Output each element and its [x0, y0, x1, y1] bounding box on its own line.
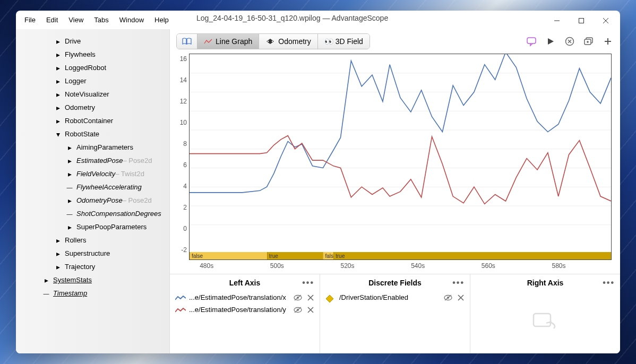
tab-line-graph[interactable]: Line Graph	[197, 34, 259, 49]
feedback-button[interactable]	[526, 36, 537, 47]
tab-odometry[interactable]: Odometry	[259, 34, 317, 49]
y-tick: 16	[180, 55, 187, 63]
chevron-right-icon: ▸	[54, 104, 62, 111]
dash-icon: —	[66, 210, 73, 218]
window-title: Log_24-04-19_16-50-31_q120.wpilog — Adva…	[196, 14, 388, 22]
field-row[interactable]: ...e/EstimatedPose/translation/y	[170, 304, 320, 316]
clear-button[interactable]	[564, 36, 575, 47]
y-tick: -2	[181, 246, 187, 254]
tree-item[interactable]: ▸AimingParameters	[16, 142, 169, 153]
tree-item[interactable]: ▸Trajectory	[16, 261, 169, 272]
panel-more-button[interactable]: •••	[302, 278, 314, 288]
tree-item[interactable]: —FlywheelAccelerating	[16, 181, 169, 193]
tab-3d-field[interactable]: 👀 3D Field	[318, 34, 369, 49]
remove-field-button[interactable]	[307, 306, 314, 314]
menu-view[interactable]: View	[64, 14, 88, 26]
y-tick: 8	[183, 140, 187, 148]
window-controls	[545, 13, 618, 29]
svg-point-4	[268, 41, 269, 42]
tree-item[interactable]: ▸Drive	[16, 36, 169, 47]
visibility-toggle[interactable]	[293, 306, 303, 314]
field-row[interactable]: /DriverStation/Enabled	[320, 291, 470, 304]
tree-label: ShotCompensationDegrees	[76, 210, 161, 218]
panel-more-button[interactable]: •••	[452, 278, 465, 288]
svg-rect-1	[579, 19, 584, 23]
field-row[interactable]: ...e/EstimatedPose/translation/x	[170, 291, 320, 304]
tree-item[interactable]: ▸Superstructure	[16, 248, 169, 259]
plot-svg	[190, 54, 611, 232]
odometry-icon	[265, 38, 275, 45]
tree-item[interactable]: ▸EstimatedPose – Pose2d	[16, 155, 169, 166]
y-tick: 12	[180, 98, 187, 105]
play-button[interactable]	[545, 36, 556, 47]
tree-item[interactable]: —ShotCompensationDegrees	[16, 208, 169, 219]
field-name: ...e/EstimatedPose/translation/x	[189, 293, 289, 301]
tree-item[interactable]: ▸Logger	[16, 75, 169, 86]
chevron-right-icon: ▸	[54, 77, 62, 85]
tree-label: Superstructure	[65, 249, 110, 257]
tree-item[interactable]: —Timestamp	[16, 288, 169, 299]
field-name: /DriverStation/Enabled	[339, 293, 439, 301]
remove-field-button[interactable]	[307, 294, 314, 301]
y-tick: 10	[180, 119, 187, 126]
dash-icon: —	[42, 290, 50, 297]
field-name: ...e/EstimatedPose/translation/y	[189, 306, 289, 314]
remove-field-button[interactable]	[457, 294, 465, 301]
tree-item[interactable]: ▸NoteVisualizer	[16, 89, 169, 100]
new-window-button[interactable]	[583, 36, 595, 47]
chevron-right-icon: ▸	[54, 51, 62, 58]
plot-canvas[interactable]: falsetruefalsetrue	[189, 54, 612, 260]
drop-icon	[530, 311, 560, 334]
discrete-segment: false	[323, 252, 333, 259]
panel-title: Left Axis	[229, 279, 261, 287]
tree-label: Rollers	[65, 236, 86, 244]
menu-file[interactable]: File	[20, 14, 40, 26]
add-tab-button[interactable]	[602, 36, 614, 47]
menu-window[interactable]: Window	[115, 14, 148, 26]
tree-item[interactable]: ▸OdometryPose – Pose2d	[16, 195, 169, 206]
x-axis-labels: 480s500s520s540s560s580s	[189, 260, 612, 272]
chevron-right-icon: ▸	[66, 223, 73, 231]
discrete-bar: falsetruefalsetrue	[190, 252, 611, 259]
chevron-right-icon: ▸	[42, 276, 50, 284]
svg-point-42	[549, 321, 552, 323]
minimize-button[interactable]	[545, 13, 569, 29]
chevron-right-icon: ▸	[54, 117, 62, 125]
x-tick: 580s	[552, 262, 565, 270]
panel-more-button[interactable]: •••	[603, 278, 615, 288]
chevron-right-icon: ▸	[54, 250, 62, 257]
visibility-toggle[interactable]	[293, 294, 303, 301]
tree-item[interactable]: ▸Odometry	[16, 102, 169, 113]
tree-item[interactable]: ▸Rollers	[16, 235, 169, 246]
maximize-button[interactable]	[569, 13, 594, 29]
discrete-segment: true	[333, 252, 611, 259]
tree-label: Logger	[65, 77, 86, 85]
y-tick: 6	[183, 161, 187, 169]
tree-item[interactable]: ▸SystemStats	[16, 274, 169, 285]
tree-item[interactable]: ▾RobotState	[16, 128, 169, 140]
chevron-right-icon: ▸	[66, 157, 73, 164]
tree-item[interactable]: ▸RobotContainer	[16, 115, 169, 126]
close-button[interactable]	[594, 13, 618, 29]
drop-target[interactable]	[470, 291, 620, 353]
menu-edit[interactable]: Edit	[42, 14, 62, 26]
chevron-right-icon: ▸	[54, 64, 62, 72]
dock-button[interactable]	[177, 34, 197, 49]
discrete-panel: Discrete Fields••• /DriverStation/Enable…	[320, 274, 470, 353]
type-hint: – Pose2d	[123, 157, 152, 164]
tree-label: SuperPoopParameters	[76, 223, 147, 231]
tree-item[interactable]: ▸Flywheels	[16, 49, 169, 60]
x-tick: 540s	[411, 262, 425, 270]
sidebar[interactable]: ▸Drive▸Flywheels▸LoggedRobot▸Logger▸Note…	[16, 29, 170, 353]
tree-label: SystemStats	[53, 276, 92, 284]
tree-item[interactable]: ▸SuperPoopParameters	[16, 221, 169, 232]
visibility-toggle[interactable]	[443, 294, 453, 301]
chevron-right-icon: ▸	[54, 38, 62, 45]
menu-help[interactable]: Help	[150, 14, 173, 26]
y-axis-labels: 1614121086420-2	[174, 54, 189, 272]
type-hint: – Pose2d	[123, 196, 152, 204]
tree-item[interactable]: ▸LoggedRobot	[16, 62, 169, 73]
tree-item[interactable]: ▸FieldVelocity – Twist2d	[16, 168, 169, 179]
y-tick: 2	[183, 204, 187, 211]
menu-tabs[interactable]: Tabs	[90, 14, 113, 26]
